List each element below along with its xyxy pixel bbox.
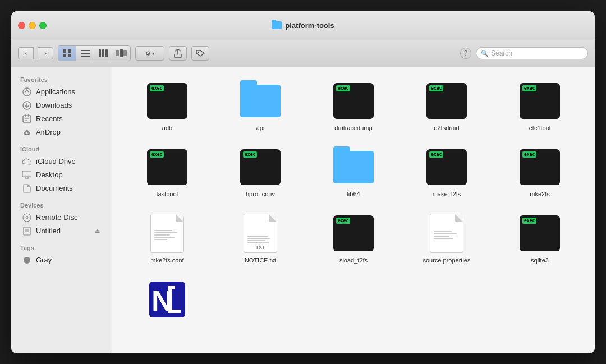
sidebar-item-applications[interactable]: Applications	[13, 85, 109, 99]
file-label-notice-txt: NOTICE.txt	[245, 257, 276, 264]
search-icon: 🔍	[481, 50, 489, 57]
sidebar-item-untitled[interactable]: Untitled ⏏	[13, 224, 109, 238]
sidebar-item-documents[interactable]: Documents	[13, 182, 109, 195]
untitled-label: Untitled	[36, 227, 61, 235]
svg-point-27	[26, 216, 28, 219]
file-icon-e2fsdroid: exec	[424, 81, 469, 121]
search-box[interactable]: 🔍 Search	[476, 47, 588, 59]
icloud-drive-icon	[22, 157, 31, 166]
file-item-lib64[interactable]: lib64	[310, 145, 397, 200]
file-item-fastboot[interactable]: exec fastboot	[123, 145, 211, 200]
folder-lib64	[333, 151, 374, 183]
devices-label: Devices	[11, 200, 112, 211]
svg-rect-7	[99, 49, 101, 57]
sidebar-divider-3	[11, 238, 112, 242]
file-item-mke2fs-conf[interactable]: mke2fs.conf	[123, 211, 211, 266]
file-item-api[interactable]: api	[217, 79, 304, 133]
file-label-dmtracedump: dmtracedump	[334, 125, 372, 131]
icon-view-button[interactable]	[58, 46, 76, 61]
svg-rect-36	[168, 310, 181, 313]
file-item-etc1tool[interactable]: exec etc1tool	[496, 79, 584, 133]
window-title: platform-tools	[285, 21, 334, 30]
file-label-etc1tool: etc1tool	[529, 125, 551, 131]
file-item-e2fsdroid[interactable]: exec e2fsdroid	[403, 79, 490, 133]
svg-rect-12	[123, 50, 127, 56]
coverflow-view-button[interactable]	[112, 46, 130, 61]
sidebar-item-downloads[interactable]: Downloads	[13, 99, 109, 112]
file-icon-make-f2fs: exec	[424, 147, 469, 187]
share-button[interactable]	[169, 46, 187, 61]
tag-button[interactable]	[191, 46, 209, 61]
title-folder-icon	[272, 21, 282, 29]
file-icon-api	[238, 81, 283, 121]
column-view-button[interactable]	[94, 46, 112, 61]
file-item-source-properties[interactable]: source.properties	[403, 211, 490, 266]
sidebar-item-recents[interactable]: Recents	[13, 112, 109, 126]
icloud-drive-label: iCloud Drive	[36, 157, 76, 165]
file-item-make-f2fs[interactable]: exec make_f2fs	[403, 145, 490, 200]
file-icon-hprof-conv: exec	[238, 147, 283, 187]
help-button[interactable]: ?	[460, 48, 471, 59]
file-label-make-f2fs: make_f2fs	[433, 191, 461, 197]
documents-label: Documents	[36, 184, 73, 192]
file-icon-etc1tool: exec	[517, 81, 562, 121]
file-icon-dmtracedump: exec	[331, 81, 376, 121]
recents-icon	[22, 114, 31, 123]
back-button[interactable]: ‹	[18, 47, 34, 59]
file-label-lib64: lib64	[347, 191, 360, 197]
file-label-fastboot: fastboot	[156, 191, 178, 197]
sidebar-item-desktop[interactable]: Desktop	[13, 168, 109, 182]
sidebar: Favorites Applications Downloads	[11, 67, 112, 353]
svg-point-26	[23, 214, 31, 222]
file-item-dmtracedump[interactable]: exec dmtracedump	[310, 79, 397, 133]
svg-rect-2	[63, 54, 66, 57]
file-icon-mke2fs: exec	[517, 147, 562, 187]
close-button[interactable]	[18, 22, 25, 29]
file-item-mke2fs[interactable]: exec mke2fs	[496, 145, 584, 200]
svg-rect-17	[25, 114, 26, 117]
downloads-icon	[22, 101, 31, 110]
sidebar-divider-1	[11, 139, 112, 144]
generic-icon-mke2fs-conf	[150, 214, 184, 253]
file-label-adb: adb	[162, 125, 172, 131]
applications-label: Applications	[36, 87, 75, 96]
file-label-e2fsdroid: e2fsdroid	[434, 125, 459, 131]
downloads-label: Downloads	[36, 101, 72, 109]
file-label-api: api	[256, 125, 265, 131]
file-icon-lib64	[331, 147, 376, 187]
file-item-adb[interactable]: exec adb	[123, 79, 211, 133]
svg-rect-6	[81, 56, 90, 57]
file-item-sload-f2fs[interactable]: exec sload_f2fs	[310, 211, 397, 266]
forward-button[interactable]: ›	[38, 47, 53, 59]
file-label-sqlite3: sqlite3	[531, 257, 549, 264]
view-buttons	[58, 45, 131, 61]
action-button[interactable]: ⚙▾	[135, 46, 164, 61]
file-icon-adb: exec	[145, 81, 190, 121]
nt-logo-wrap: N	[145, 279, 190, 320]
desktop-icon	[22, 171, 31, 179]
txt-icon-notice: TXT	[244, 214, 277, 253]
search-placeholder: Search	[491, 49, 512, 57]
list-view-button[interactable]	[76, 46, 94, 61]
file-item-notice-txt[interactable]: TXT NOTICE.txt	[217, 211, 304, 266]
minimize-button[interactable]	[29, 22, 36, 29]
sidebar-item-icloud-drive[interactable]: iCloud Drive	[13, 155, 109, 168]
file-icon-mke2fs-conf	[145, 213, 190, 254]
applications-icon	[22, 87, 31, 96]
file-label-mke2fs: mke2fs	[530, 191, 549, 197]
svg-rect-22	[22, 171, 31, 177]
file-item-sqlite3[interactable]: exec sqlite3	[496, 211, 584, 266]
sidebar-item-gray[interactable]: Gray	[13, 254, 109, 267]
svg-rect-28	[24, 227, 30, 235]
main-content: Favorites Applications Downloads	[11, 67, 595, 353]
file-item-hprof-conv[interactable]: exec hprof-conv	[217, 145, 304, 200]
icloud-label: iCloud	[11, 144, 112, 155]
sidebar-item-airdrop[interactable]: AirDrop	[13, 126, 109, 139]
sidebar-item-remote-disc[interactable]: Remote Disc	[13, 211, 109, 224]
svg-rect-8	[102, 49, 104, 57]
eject-button[interactable]: ⏏	[94, 228, 100, 234]
toolbar: ‹ › ⚙▾ ?	[11, 40, 595, 67]
maximize-button[interactable]	[39, 22, 47, 29]
documents-icon	[22, 184, 31, 193]
svg-rect-10	[116, 50, 119, 56]
